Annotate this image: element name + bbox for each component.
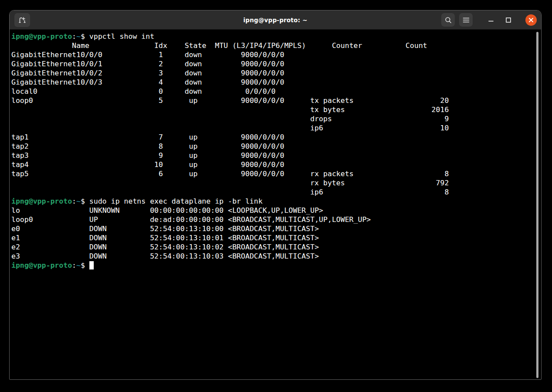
maximize-button[interactable] bbox=[502, 14, 515, 27]
terminal-text: up bbox=[189, 151, 198, 160]
terminal-line: e3 DOWN 52:54:00:13:10:03 <BROADCAST,MUL… bbox=[11, 252, 449, 261]
terminal-text: 8 bbox=[444, 170, 449, 178]
terminal-line: e1 DOWN 52:54:00:13:10:01 <BROADCAST,MUL… bbox=[11, 233, 449, 242]
terminal-text: e2 bbox=[11, 243, 20, 251]
terminal-line: Name Idx State MTU (L3/IP4/IP6/MPLS) Cou… bbox=[11, 41, 449, 50]
terminal-line: GigabitEthernet10/0/2 3 down 9000/0/0/0 bbox=[11, 68, 449, 78]
terminal-text: ~ bbox=[76, 32, 81, 41]
terminal-text: 9000/0/0/0 bbox=[241, 160, 284, 169]
terminal-text: 9000/0/0/0 bbox=[241, 69, 284, 77]
terminal-text: tx packets bbox=[310, 96, 353, 105]
scrollbar-thumb[interactable] bbox=[536, 32, 538, 378]
terminal-text: ipng@vpp-proto bbox=[11, 197, 72, 205]
terminal-text: UNKNOWN bbox=[89, 206, 120, 215]
terminal-line: e0 DOWN 52:54:00:13:10:00 <BROADCAST,MUL… bbox=[11, 224, 449, 233]
terminal-text: 10 bbox=[440, 124, 449, 132]
tab-new-icon bbox=[18, 16, 27, 24]
terminal-text: 9000/0/0/0 bbox=[241, 151, 284, 160]
terminal-text: ip6 bbox=[310, 188, 323, 196]
terminal-line: GigabitEthernet10/0/1 2 down 9000/0/0/0 bbox=[11, 59, 449, 68]
maximize-icon bbox=[505, 17, 511, 23]
terminal-output: ipng@vpp-proto:~$ vppctl show int Name I… bbox=[11, 32, 449, 270]
terminal-text: Name bbox=[72, 41, 89, 50]
terminal-text: MTU (L3/IP4/IP6/MPLS) bbox=[215, 41, 306, 50]
terminal-text: lo bbox=[11, 206, 20, 215]
terminal-text: 0/0/0/0 bbox=[245, 87, 276, 95]
terminal-text: drops bbox=[310, 115, 332, 123]
terminal-line: loop0 5 up 9000/0/0/0 tx packets 20 bbox=[11, 96, 449, 105]
terminal-text: rx packets bbox=[310, 170, 353, 178]
terminal-text: tap4 bbox=[11, 160, 29, 169]
terminal-text: de:ad:00:00:00:00 <BROADCAST,MULTICAST,U… bbox=[150, 215, 371, 224]
terminal-line: tap2 8 up 9000/0/0/0 bbox=[11, 142, 449, 151]
terminal-window: ipng@vpp-proto: ~ bbox=[9, 10, 542, 380]
terminal-text: loop0 bbox=[11, 215, 33, 224]
terminal-text: 9000/0/0/0 bbox=[241, 51, 284, 59]
terminal-line: tx bytes 2016 bbox=[11, 105, 449, 114]
terminal-text: State bbox=[184, 41, 206, 50]
terminal-text: e3 bbox=[11, 252, 20, 260]
terminal-line: GigabitEthernet10/0/0 1 down 9000/0/0/0 bbox=[11, 50, 449, 59]
terminal-text: UP bbox=[89, 215, 98, 224]
terminal-text: down bbox=[184, 69, 202, 77]
terminal-line: drops 9 bbox=[11, 114, 449, 123]
terminal-line: e2 DOWN 52:54:00:13:10:02 <BROADCAST,MUL… bbox=[11, 242, 449, 252]
terminal-text: tx bytes bbox=[310, 106, 344, 114]
terminal-text: $ sudo ip netns exec dataplane ip -br li… bbox=[81, 197, 262, 205]
terminal-text: 9 bbox=[444, 115, 449, 123]
terminal-text: GigabitEthernet10/0/2 bbox=[11, 69, 102, 77]
terminal-text: 20 bbox=[440, 96, 449, 105]
terminal-text: 9 bbox=[159, 151, 163, 160]
terminal-text: ipng@vpp-proto bbox=[11, 261, 72, 269]
terminal-text: down bbox=[184, 78, 202, 86]
terminal-text: 3 bbox=[159, 69, 163, 77]
terminal-text: DOWN bbox=[89, 234, 107, 242]
terminal-text: Idx bbox=[154, 41, 167, 50]
close-icon bbox=[528, 17, 534, 23]
terminal-text: $ vppctl show int bbox=[81, 32, 154, 41]
terminal-text: local0 bbox=[11, 87, 37, 95]
terminal-text: 10 bbox=[154, 160, 163, 169]
terminal-text: GigabitEthernet10/0/1 bbox=[11, 60, 102, 68]
terminal-text: 9000/0/0/0 bbox=[241, 78, 284, 86]
terminal-line: ip6 10 bbox=[11, 123, 449, 133]
terminal-text: ~ bbox=[76, 261, 81, 269]
terminal-text: up bbox=[189, 133, 198, 141]
terminal-text: DOWN bbox=[89, 252, 107, 260]
terminal-text: Count bbox=[405, 41, 427, 50]
terminal-text: tap1 bbox=[11, 133, 29, 141]
terminal-line: tap5 6 up 9000/0/0/0 rx packets 8 bbox=[11, 169, 449, 178]
terminal-text: 52:54:00:13:10:03 <BROADCAST,MULTICAST> bbox=[150, 252, 319, 260]
menu-button[interactable] bbox=[459, 13, 473, 27]
terminal-cursor bbox=[89, 261, 94, 269]
terminal-viewport[interactable]: ipng@vpp-proto:~$ vppctl show int Name I… bbox=[10, 30, 541, 379]
search-button[interactable] bbox=[441, 13, 455, 27]
terminal-line: tap3 9 up 9000/0/0/0 bbox=[11, 151, 449, 160]
terminal-text: Counter bbox=[332, 41, 362, 50]
close-button[interactable] bbox=[525, 14, 537, 26]
terminal-text: ~ bbox=[76, 197, 81, 205]
terminal-text: 8 bbox=[444, 188, 449, 196]
terminal-text: up bbox=[189, 170, 198, 178]
terminal-text: 792 bbox=[436, 179, 449, 187]
terminal-text: 8 bbox=[159, 142, 163, 150]
terminal-text: tap2 bbox=[11, 142, 29, 150]
terminal-text: 9000/0/0/0 bbox=[241, 170, 284, 178]
terminal-text: 1 bbox=[159, 51, 163, 59]
terminal-text: DOWN bbox=[89, 225, 107, 233]
terminal-text: 5 bbox=[159, 96, 163, 105]
terminal-line: loop0 UP de:ad:00:00:00:00 <BROADCAST,MU… bbox=[11, 215, 449, 224]
window-title: ipng@vpp-proto: ~ bbox=[243, 17, 307, 24]
terminal-line: rx bytes 792 bbox=[11, 178, 449, 187]
minimize-button[interactable] bbox=[484, 14, 497, 27]
titlebar[interactable]: ipng@vpp-proto: ~ bbox=[10, 10, 541, 30]
terminal-line: ipng@vpp-proto:~$ vppctl show int bbox=[11, 32, 449, 41]
terminal-text: 52:54:00:13:10:01 <BROADCAST,MULTICAST> bbox=[150, 234, 319, 242]
terminal-text: 00:00:00:00:00:00 <LOOPBACK,UP,LOWER_UP> bbox=[150, 206, 323, 215]
terminal-text: 4 bbox=[159, 78, 163, 86]
terminal-text: down bbox=[184, 51, 202, 59]
terminal-text: ip6 bbox=[310, 124, 323, 132]
terminal-text: e1 bbox=[11, 234, 20, 242]
new-tab-button[interactable] bbox=[14, 13, 30, 27]
terminal-text: up bbox=[189, 142, 198, 150]
